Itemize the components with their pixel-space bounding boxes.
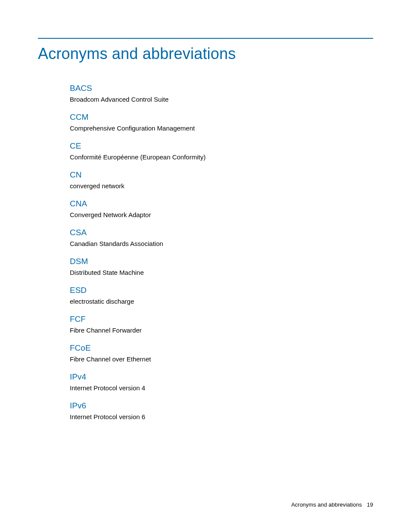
footer-section-label: Acronyms and abbreviations <box>291 501 362 508</box>
glossary-definition: Distributed State Machine <box>70 269 373 276</box>
glossary-entry: CE Conformité Européenne (European Confo… <box>70 141 373 161</box>
glossary-term: IPv4 <box>70 372 373 382</box>
glossary-definition: Internet Protocol version 6 <box>70 413 373 420</box>
glossary-term: CE <box>70 141 373 151</box>
glossary-entry: FCF Fibre Channel Forwarder <box>70 314 373 334</box>
glossary-definition: Converged Network Adaptor <box>70 211 373 218</box>
glossary-list: BACS Broadcom Advanced Control Suite CCM… <box>70 84 373 420</box>
page-title: Acronyms and abbreviations <box>38 45 373 63</box>
glossary-entry: IPv4 Internet Protocol version 4 <box>70 372 373 392</box>
glossary-entry: FCoE Fibre Channel over Ethernet <box>70 343 373 363</box>
glossary-definition: converged network <box>70 182 373 190</box>
glossary-entry: CSA Canadian Standards Association <box>70 228 373 247</box>
document-page: Acronyms and abbreviations BACS Broadcom… <box>0 0 411 532</box>
glossary-definition: Comprehensive Configuration Management <box>70 124 373 132</box>
glossary-term: CNA <box>70 199 373 208</box>
glossary-term: FCoE <box>70 343 373 353</box>
glossary-term: FCF <box>70 314 373 324</box>
glossary-definition: Fibre Channel over Ethernet <box>70 355 373 363</box>
glossary-term: IPv6 <box>70 401 373 411</box>
glossary-definition: Canadian Standards Association <box>70 240 373 247</box>
glossary-term: BACS <box>70 84 373 93</box>
glossary-term: DSM <box>70 257 373 266</box>
glossary-definition: Internet Protocol version 4 <box>70 384 373 392</box>
header-rule <box>38 38 373 39</box>
glossary-definition: Broadcom Advanced Control Suite <box>70 96 373 103</box>
glossary-entry: CNA Converged Network Adaptor <box>70 199 373 218</box>
glossary-term: CCM <box>70 112 373 122</box>
glossary-term: ESD <box>70 286 373 295</box>
glossary-entry: ESD electrostatic discharge <box>70 286 373 305</box>
glossary-term: CN <box>70 170 373 180</box>
glossary-entry: CN converged network <box>70 170 373 190</box>
glossary-entry: BACS Broadcom Advanced Control Suite <box>70 84 373 103</box>
glossary-definition: electrostatic discharge <box>70 298 373 305</box>
glossary-entry: IPv6 Internet Protocol version 6 <box>70 401 373 420</box>
glossary-definition: Fibre Channel Forwarder <box>70 327 373 334</box>
page-footer: Acronyms and abbreviations 19 <box>291 501 373 508</box>
glossary-definition: Conformité Européenne (European Conformi… <box>70 153 373 161</box>
glossary-entry: CCM Comprehensive Configuration Manageme… <box>70 112 373 132</box>
glossary-entry: DSM Distributed State Machine <box>70 257 373 276</box>
glossary-term: CSA <box>70 228 373 237</box>
footer-page-number: 19 <box>367 501 373 508</box>
